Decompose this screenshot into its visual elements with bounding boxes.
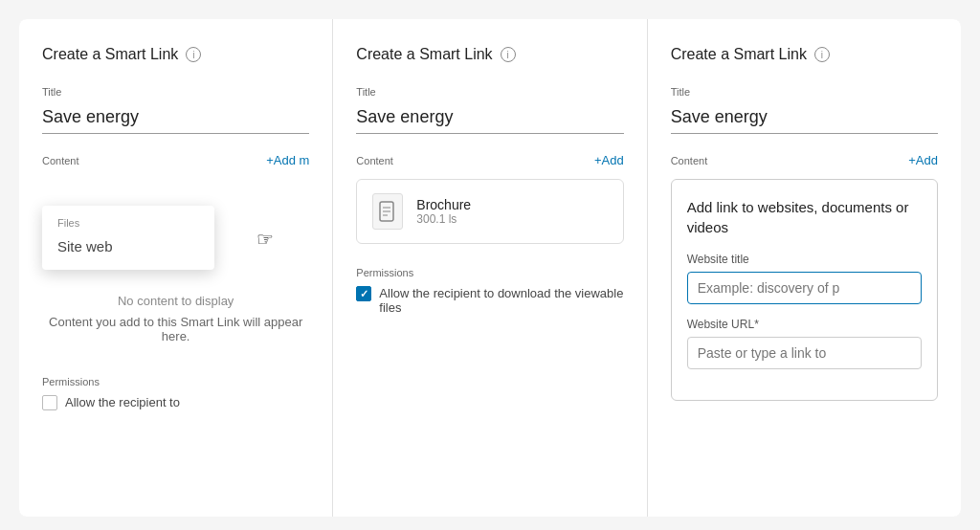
panel-2-title: Create a Smart Link [356, 46, 492, 63]
panel-3-header: Create a Smart Link i [671, 46, 938, 63]
panel-1-no-content-text: No content to display [42, 292, 309, 311]
panel-3: Create a Smart Link i Title Content +Add… [648, 19, 961, 517]
panel-3-link-form: Add link to websites, documents or video… [671, 179, 938, 401]
panel-3-info-icon[interactable]: i [814, 47, 830, 62]
panel-2-file-info: Brochure 300.1 ls [416, 197, 471, 226]
panel-2-file-icon [372, 193, 403, 230]
panel-1-title-input[interactable] [42, 103, 309, 134]
panel-1-checkbox-row: Allow the recipient to [42, 395, 309, 410]
panel-1: Create a Smart Link i Title Content +Add… [19, 19, 333, 517]
cursor-icon: ☞ [256, 228, 274, 251]
panel-2-checkbox[interactable] [356, 286, 371, 301]
panel-3-website-url-input[interactable] [687, 337, 922, 369]
panel-2-content-header: Content +Add [356, 153, 623, 167]
panel-1-add-button[interactable]: +Add m [266, 153, 309, 167]
panel-2-permissions-label: Permissions [356, 267, 623, 278]
panel-2-checkbox-label: Allow the recipient to download the view… [379, 286, 623, 315]
panel-1-title-label: Title [42, 86, 309, 98]
panel-1-dropdown-item-site-web[interactable]: Site web [42, 231, 214, 262]
panel-2-content-label: Content [356, 155, 393, 166]
panel-3-add-button[interactable]: +Add [908, 153, 938, 167]
panel-3-title-input[interactable] [671, 103, 938, 134]
panel-1-content-label: Content [42, 155, 79, 166]
panel-1-title: Create a Smart Link [42, 46, 178, 63]
panel-2-header: Create a Smart Link i [356, 46, 623, 63]
panel-1-empty-subtext: Content you add to this Smart Link will … [42, 315, 309, 343]
panel-1-info-icon[interactable]: i [186, 47, 201, 62]
panel-3-content-label: Content [671, 155, 708, 166]
panel-2-add-button[interactable]: +Add [594, 153, 624, 167]
panel-1-permissions-label: Permissions [42, 376, 309, 387]
panel-1-content-header: Content +Add m [42, 153, 309, 167]
panel-1-header: Create a Smart Link i [42, 46, 309, 63]
panel-3-title: Create a Smart Link [671, 46, 807, 63]
panel-3-content-header: Content +Add [671, 153, 938, 167]
panel-2-title-label: Title [356, 86, 623, 98]
panel-2-content-card: Brochure 300.1 ls [356, 179, 623, 244]
panel-3-title-label: Title [671, 86, 938, 98]
panel-2-permissions: Permissions Allow the recipient to downl… [356, 267, 623, 315]
panel-2-file-name: Brochure [416, 197, 471, 212]
panel-2: Create a Smart Link i Title Content +Add… [333, 19, 647, 517]
panel-1-checkbox-label: Allow the recipient to [65, 395, 180, 409]
panel-2-checkbox-row: Allow the recipient to download the view… [356, 286, 623, 315]
panel-1-dropdown: Files Site web [42, 206, 214, 270]
panel-1-dropdown-section-label: Files [42, 213, 95, 234]
panel-1-empty-content: No content to display Content you add to… [42, 273, 309, 353]
panel-2-file-size: 300.1 ls [416, 212, 471, 226]
panel-2-info-icon[interactable]: i [501, 47, 516, 62]
panels-container: Create a Smart Link i Title Content +Add… [19, 19, 961, 517]
panel-3-website-title-label: Website title [687, 253, 922, 266]
panel-2-title-input[interactable] [356, 103, 623, 134]
panel-1-checkbox[interactable] [42, 395, 57, 410]
panel-3-website-url-label: Website URL* [687, 318, 922, 331]
panel-3-website-title-input[interactable] [687, 272, 922, 304]
panel-1-permissions: Permissions Allow the recipient to [42, 376, 309, 410]
panel-3-link-form-title: Add link to websites, documents or video… [687, 197, 922, 237]
